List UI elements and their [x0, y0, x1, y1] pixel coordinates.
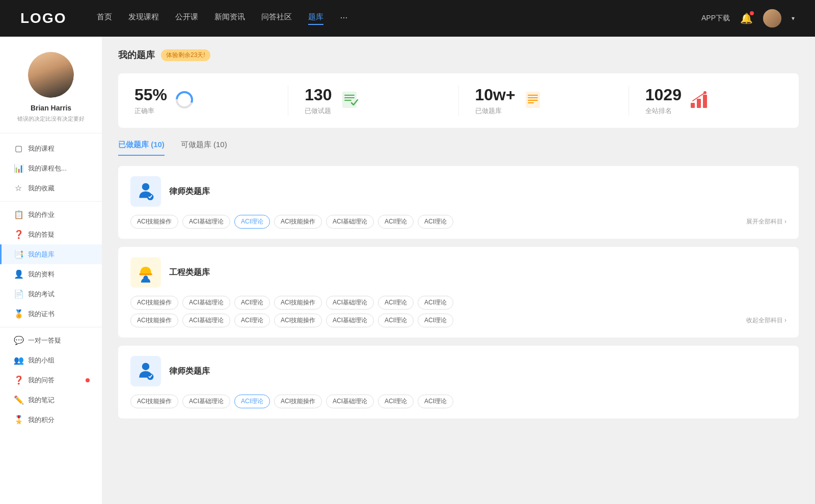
svg-rect-5 [344, 100, 351, 101]
stat-done-questions: 130 已做试题 [288, 86, 458, 116]
tag[interactable]: ACI基础理论 [182, 314, 230, 327]
qbank-title: 律师类题库 [169, 186, 210, 197]
qbank-header: 律师类题库 [130, 356, 786, 386]
user-avatar[interactable] [763, 9, 781, 27]
svg-rect-11 [691, 103, 695, 108]
sidebar-item-label: 我的题库 [28, 250, 55, 259]
nav-open-course[interactable]: 公开课 [175, 12, 198, 25]
tag[interactable]: ACI基础理论 [182, 215, 230, 229]
exams-icon: 📄 [14, 289, 23, 299]
page-title: 我的题库 [118, 49, 155, 61]
navbar-more[interactable]: ··· [340, 12, 347, 25]
navbar-right: APP下载 🔔 ▾ [701, 9, 795, 27]
sidebar-motto: 错误的决定比没有决定要好 [9, 115, 93, 123]
sidebar-item-my-points[interactable]: 🎖️ 我的积分 [0, 410, 102, 430]
nav-qbank[interactable]: 题库 [308, 12, 323, 25]
tag[interactable]: ACI基础理论 [182, 395, 230, 408]
tag[interactable]: ACI理论 [234, 296, 270, 310]
svg-rect-4 [344, 97, 355, 98]
tag[interactable]: ACI理论 [418, 215, 453, 229]
svg-rect-13 [703, 95, 707, 108]
unread-dot [86, 378, 90, 382]
tag[interactable]: ACI理论 [418, 314, 453, 327]
tag-active[interactable]: ACI理论 [234, 215, 270, 229]
stat-value: 1029 全站排名 [645, 86, 682, 116]
qbank-card-lawyer2: 律师类题库 ACI技能操作 ACI基础理论 ACI理论 ACI技能操作 ACI基… [118, 346, 799, 418]
sidebar-item-my-favorites[interactable]: ☆ 我的收藏 [0, 178, 102, 198]
chevron-down-icon[interactable]: ▾ [792, 15, 795, 22]
nav-discover[interactable]: 发现课程 [128, 12, 159, 25]
sidebar-item-my-info[interactable]: 👤 我的资料 [0, 264, 102, 284]
nav-qa[interactable]: 问答社区 [261, 12, 292, 25]
sidebar-profile: Brian Harris 错误的决定比没有决定要好 [0, 52, 102, 133]
tab-available-banks[interactable]: 可做题库 (10) [181, 140, 227, 156]
sidebar-item-my-exams[interactable]: 📄 我的考试 [0, 284, 102, 304]
qbank-card-engineer: 工程类题库 ACI技能操作 ACI基础理论 ACI理论 ACI技能操作 ACI基… [118, 247, 799, 338]
collapse-link[interactable]: 收起全部科目 › [746, 316, 786, 325]
qbank-tags-row1: ACI技能操作 ACI基础理论 ACI理论 ACI技能操作 ACI基础理论 AC… [130, 296, 786, 310]
tag[interactable]: ACI基础理论 [326, 314, 374, 327]
sidebar-item-my-answers[interactable]: ❓ 我的问答 [0, 370, 102, 390]
answers-icon: ❓ [14, 375, 23, 385]
trial-badge: 体验剩余23天! [161, 49, 210, 61]
sidebar-item-my-qbank[interactable]: 📑 我的题库 [0, 244, 102, 264]
sidebar-divider-2 [0, 327, 102, 327]
tag[interactable]: ACI技能操作 [274, 296, 322, 310]
sidebar-item-my-homework[interactable]: 📋 我的作业 [0, 205, 102, 225]
sidebar-item-label: 我的问答 [28, 376, 55, 385]
tag[interactable]: ACI理论 [378, 314, 414, 327]
tag[interactable]: ACI技能操作 [274, 395, 322, 408]
tag[interactable]: ACI技能操作 [130, 215, 178, 229]
sidebar-item-label: 我的收藏 [28, 184, 55, 193]
sidebar-item-my-courses[interactable]: ▢ 我的课程 [0, 138, 102, 158]
tab-done-banks[interactable]: 已做题库 (10) [118, 140, 165, 156]
sidebar-item-my-questions[interactable]: ❓ 我的答疑 [0, 225, 102, 244]
tag[interactable]: ACI理论 [418, 296, 453, 310]
notification-dot [750, 11, 754, 15]
tag[interactable]: ACI理论 [418, 395, 453, 408]
sidebar-item-label: 一对一答疑 [28, 336, 61, 345]
tag[interactable]: ACI基础理论 [326, 296, 374, 310]
stat-accuracy: 55% 正确率 [118, 86, 288, 116]
sidebar-item-my-group[interactable]: 👥 我的小组 [0, 350, 102, 370]
homework-icon: 📋 [14, 210, 23, 219]
tag[interactable]: ACI技能操作 [130, 395, 178, 408]
sidebar-item-label: 我的课程包... [28, 164, 67, 173]
bell-icon[interactable]: 🔔 [740, 12, 753, 24]
sidebar-item-my-notes[interactable]: ✏️ 我的笔记 [0, 390, 102, 410]
tag[interactable]: ACI技能操作 [274, 215, 322, 229]
tag[interactable]: ACI技能操作 [130, 296, 178, 310]
sidebar-item-label: 我的答疑 [28, 230, 55, 239]
sidebar-menu: ▢ 我的课程 📊 我的课程包... ☆ 我的收藏 📋 我的作业 ❓ 我的答疑 📑 [0, 138, 102, 430]
notes-icon: ✏️ [14, 395, 23, 405]
qbank-title: 工程类题库 [169, 267, 210, 278]
stat-rank: 1029 全站排名 [629, 86, 799, 116]
qbank-tags-row2: ACI技能操作 ACI基础理论 ACI理论 ACI技能操作 ACI基础理论 AC… [130, 314, 786, 327]
profile-avatar [28, 52, 74, 98]
tag[interactable]: ACI技能操作 [130, 314, 178, 327]
expand-link[interactable]: 展开全部科目 › [746, 217, 786, 226]
sidebar-item-one-on-one[interactable]: 💬 一对一答疑 [0, 330, 102, 350]
navbar-logo: LOGO [20, 10, 66, 26]
stat-value: 55% 正确率 [134, 86, 167, 116]
sidebar-item-my-certs[interactable]: 🏅 我的证书 [0, 304, 102, 324]
tab-row: 已做题库 (10) 可做题库 (10) [118, 140, 799, 156]
sidebar-item-my-packages[interactable]: 📊 我的课程包... [0, 158, 102, 178]
tag[interactable]: ACI理论 [378, 215, 414, 229]
tag[interactable]: ACI基础理论 [182, 296, 230, 310]
navbar: LOGO 首页 发现课程 公开课 新闻资讯 问答社区 题库 ··· APP下载 … [0, 0, 815, 37]
tag[interactable]: ACI技能操作 [274, 314, 322, 327]
done-banks-icon [524, 91, 542, 110]
page-header: 我的题库 体验剩余23天! [118, 49, 799, 61]
tag[interactable]: ACI理论 [378, 296, 414, 310]
tag[interactable]: ACI理论 [378, 395, 414, 408]
nav-home[interactable]: 首页 [97, 12, 112, 25]
app-download-button[interactable]: APP下载 [701, 14, 730, 23]
sidebar-item-label: 我的课程 [28, 144, 55, 153]
tag[interactable]: ACI基础理论 [326, 215, 374, 229]
svg-rect-17 [139, 273, 152, 275]
tag[interactable]: ACI基础理论 [326, 395, 374, 408]
tag-active[interactable]: ACI理论 [234, 395, 270, 408]
nav-news[interactable]: 新闻资讯 [214, 12, 245, 25]
tag[interactable]: ACI理论 [234, 314, 270, 327]
